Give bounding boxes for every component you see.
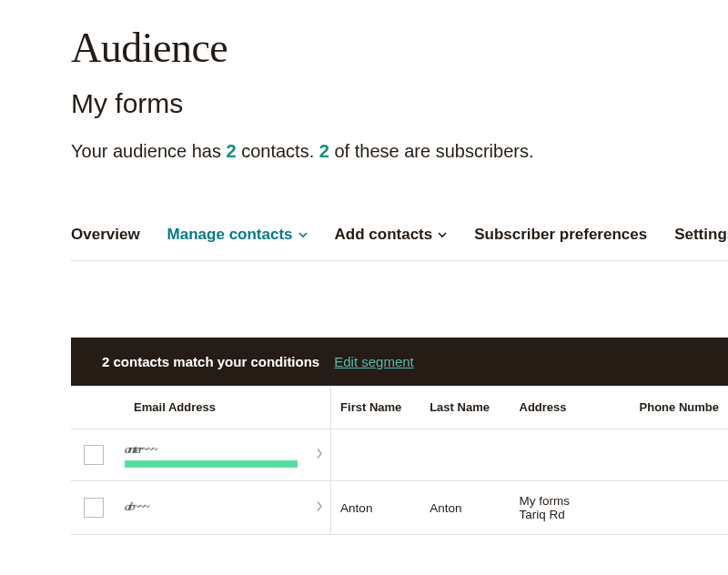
cell-firstname	[331, 429, 421, 481]
tab-settings[interactable]: Settings	[674, 226, 728, 260]
stats-suffix: of these are subscribers.	[329, 141, 534, 161]
chevron-right-icon[interactable]	[316, 501, 323, 515]
tab-manage-label: Manage contacts	[167, 226, 293, 244]
col-phone[interactable]: Phone Numbe	[631, 386, 728, 429]
row-checkbox[interactable]	[84, 445, 104, 465]
tab-manage-contacts[interactable]: Manage contacts	[167, 226, 308, 260]
col-email[interactable]: Email Address	[116, 386, 331, 429]
tab-subscriber-preferences[interactable]: Subscriber preferences	[474, 226, 647, 260]
cell-address: My forms Tariq Rd	[511, 481, 631, 535]
subscriber-count: 2	[319, 141, 329, 161]
email-obscured[interactable]: anter~~~	[124, 443, 262, 458]
table-row[interactable]: ab~~~ Anton Anton My forms Tariq Rd	[71, 481, 728, 535]
row-checkbox[interactable]	[84, 498, 104, 518]
email-highlight	[125, 460, 298, 468]
cell-lastname	[420, 429, 510, 481]
cell-phone	[631, 481, 728, 535]
chevron-down-icon	[298, 230, 308, 239]
cell-lastname: Anton	[420, 481, 510, 535]
address-line2: Tariq Rd	[520, 508, 622, 521]
page-title: Audience	[71, 24, 728, 72]
chevron-down-icon	[438, 230, 447, 239]
contacts-table: Email Address First Name Last Name Addre…	[71, 386, 728, 535]
col-address[interactable]: Address	[511, 386, 631, 429]
tab-add-label: Add contacts	[335, 226, 433, 244]
audience-name: My forms	[71, 88, 728, 119]
stats-mid: contacts.	[237, 141, 319, 161]
tab-overview[interactable]: Overview	[71, 226, 140, 260]
tab-add-contacts[interactable]: Add contacts	[335, 226, 448, 260]
audience-stats: Your audience has 2 contacts. 2 of these…	[71, 141, 728, 162]
edit-segment-link[interactable]: Edit segment	[334, 354, 414, 369]
cell-phone	[631, 429, 728, 481]
email-obscured[interactable]: ab~~~	[124, 500, 262, 515]
cell-address	[511, 429, 631, 481]
col-firstname[interactable]: First Name	[331, 386, 421, 429]
tab-settings-label: Settings	[674, 226, 728, 244]
chevron-right-icon[interactable]	[316, 449, 323, 462]
tabs-nav: Overview Manage contacts Add contacts Su…	[71, 226, 728, 261]
table-row[interactable]: anter~~~	[71, 429, 728, 481]
segment-bar: 2 contacts match your conditions Edit se…	[71, 338, 728, 386]
col-lastname[interactable]: Last Name	[420, 386, 510, 429]
cell-firstname: Anton	[331, 481, 421, 535]
stats-prefix: Your audience has	[71, 141, 227, 161]
segment-match-text: 2 contacts match your conditions	[102, 354, 319, 369]
col-checkbox	[71, 386, 116, 429]
contact-count: 2	[227, 141, 237, 161]
address-line1: My forms	[520, 494, 622, 508]
